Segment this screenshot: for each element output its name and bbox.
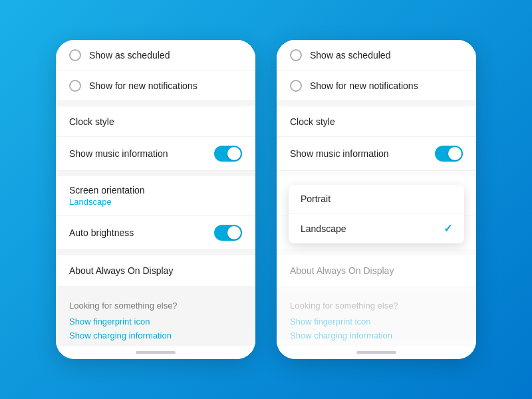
divider-4 [56,286,255,291]
right-radio-show-notifications[interactable] [290,80,302,92]
right-about-aod-item[interactable]: About Always On Display [277,255,476,286]
right-show-for-notifications-label: Show for new notifications [310,80,463,91]
home-indicator [136,351,176,354]
right-divider-2 [277,171,476,176]
clock-style-item[interactable]: Clock style [56,106,255,137]
right-charging-link[interactable]: Show charging information [290,329,463,342]
screen-orientation-value: Landscape [69,197,112,207]
right-looking-title: Looking for something else? [290,301,463,311]
right-divider-1 [277,101,476,106]
right-divider-3 [277,250,476,255]
right-home-indicator [356,351,396,354]
right-fingerprint-link[interactable]: Show fingerprint icon [290,315,463,329]
right-clock-style-label: Clock style [290,116,463,127]
right-show-music-item: Show music information [277,137,476,171]
right-show-music-toggle[interactable] [435,146,463,162]
orientation-dropdown: Portrait Landscape ✓ [289,185,464,243]
right-phone: Show as scheduled Show for new notificat… [277,40,476,359]
radio-show-scheduled[interactable] [69,49,81,61]
dropdown-portrait-label: Portrait [301,194,331,204]
right-phone-bottom-bar [277,346,476,359]
left-phone: Show as scheduled Show for new notificat… [56,40,255,359]
auto-brightness-label: Auto brightness [69,227,214,238]
right-looking-section: Looking for something else? Show fingerp… [277,291,476,346]
show-as-scheduled-label: Show as scheduled [89,50,242,61]
left-phone-content: Show as scheduled Show for new notificat… [56,40,255,346]
right-show-as-scheduled-item[interactable]: Show as scheduled [277,40,476,70]
looking-title: Looking for something else? [69,301,242,311]
show-as-scheduled-item[interactable]: Show as scheduled [56,40,255,70]
right-about-aod-label: About Always On Display [290,265,463,276]
right-clock-style-item[interactable]: Clock style [277,106,476,137]
right-phone-content: Show as scheduled Show for new notificat… [277,40,476,346]
show-for-notifications-item[interactable]: Show for new notifications [56,70,255,101]
auto-brightness-item: Auto brightness [56,216,255,250]
fingerprint-link[interactable]: Show fingerprint icon [69,315,242,329]
screen-orientation-label: Screen orientation [69,185,145,196]
phone-bottom-bar [56,346,255,359]
about-aod-label: About Always On Display [69,265,242,276]
screen-orientation-item[interactable]: Screen orientation Landscape [56,176,255,216]
clock-style-label: Clock style [69,116,242,127]
right-show-as-scheduled-label: Show as scheduled [310,50,463,61]
divider-1 [56,101,255,106]
right-show-music-label: Show music information [290,148,435,159]
looking-section: Looking for something else? Show fingerp… [56,291,255,346]
dropdown-landscape-item[interactable]: Landscape ✓ [289,213,464,243]
left-settings-list: Show as scheduled Show for new notificat… [56,40,255,346]
divider-2 [56,171,255,176]
show-for-notifications-label: Show for new notifications [89,80,242,91]
right-divider-4 [277,286,476,291]
checkmark-icon: ✓ [444,222,452,235]
show-music-toggle[interactable] [214,146,242,162]
show-music-item: Show music information [56,137,255,171]
divider-3 [56,250,255,255]
dropdown-portrait-item[interactable]: Portrait [289,185,464,213]
right-radio-show-scheduled[interactable] [290,49,302,61]
radio-show-notifications[interactable] [69,80,81,92]
charging-link[interactable]: Show charging information [69,329,242,342]
about-aod-item[interactable]: About Always On Display [56,255,255,286]
auto-brightness-toggle[interactable] [214,225,242,241]
show-music-label: Show music information [69,148,214,159]
right-show-for-notifications-item[interactable]: Show for new notifications [277,70,476,101]
dropdown-landscape-label: Landscape [301,223,346,234]
